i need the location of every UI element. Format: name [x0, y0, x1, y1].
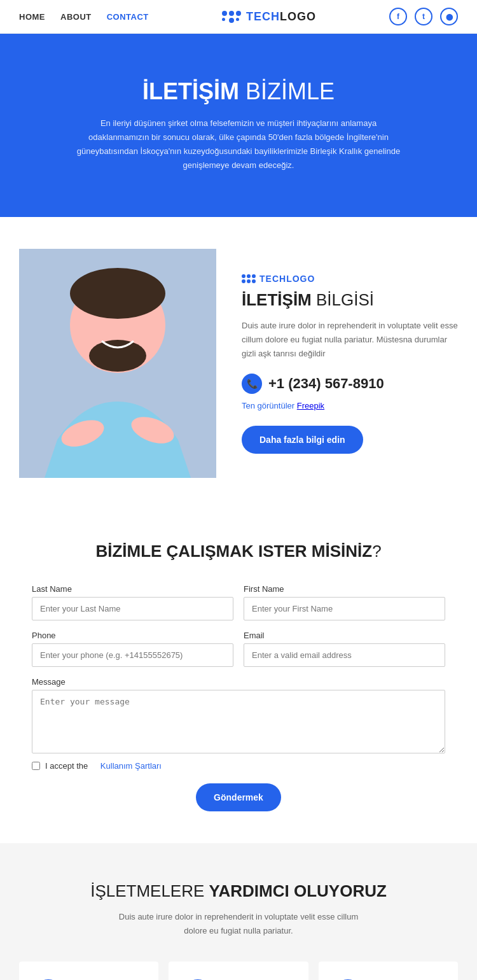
- logo-text: TECHLOGO: [246, 10, 316, 24]
- email-group: Email: [244, 631, 445, 667]
- form-section: BİZİMLE ÇALIŞMAK ISTER MİSİNİZ? Last Nam…: [0, 510, 477, 843]
- navbar: HOME ABOUT CONTACT TECHLOGO f t ⬤: [0, 0, 477, 34]
- nav-about[interactable]: ABOUT: [60, 12, 92, 22]
- svg-point-4: [89, 340, 146, 372]
- checkbox-row: I accept the Kullanım Şartları: [32, 761, 445, 771]
- submit-button[interactable]: Göndermek: [196, 783, 281, 811]
- email-label: Email: [244, 631, 445, 640]
- contact-details: TECHLOGO İLETİŞİM BİLGİSİ Duis aute irur…: [242, 267, 458, 460]
- hero-section: İLETİŞİM BİZİMLE En ileriyi düşünen şirk…: [0, 34, 477, 217]
- form-title: BİZİMLE ÇALIŞMAK ISTER MİSİNİZ?: [32, 542, 445, 561]
- help-title: İŞLETMELERE YARDIMCI OLUYORUZ: [19, 881, 458, 901]
- form-title-suffix: ?: [372, 542, 381, 561]
- mini-dot-6: [252, 279, 256, 283]
- card-phone: 📞 Telefon Pzt-Cum, 08:00 - 05:00 +1(555)…: [319, 962, 458, 980]
- first-name-label: First Name: [244, 584, 445, 594]
- logo-suffix: LOGO: [280, 10, 316, 23]
- hero-title: İLETİŞİM BİZİMLE: [51, 78, 426, 105]
- freepik-text: Ten görüntüler Freepik: [242, 399, 458, 413]
- logo: TECHLOGO: [222, 10, 316, 24]
- last-name-label: Last Name: [32, 584, 233, 594]
- first-name-input[interactable]: [244, 597, 445, 620]
- last-name-group: Last Name: [32, 584, 233, 620]
- mini-dot-5: [247, 279, 251, 283]
- contact-section-title: İLETİŞİM BİLGİSİ: [242, 290, 458, 310]
- logo-dot-6: [236, 18, 239, 21]
- contact-image-wrap: [19, 249, 216, 478]
- mini-logo: TECHLOGO: [242, 274, 458, 284]
- nav-links: HOME ABOUT CONTACT: [19, 12, 149, 22]
- checkbox-text: I accept the: [45, 761, 88, 771]
- mini-dot-2: [247, 274, 251, 278]
- first-name-group: First Name: [244, 584, 445, 620]
- last-name-input[interactable]: [32, 597, 233, 620]
- phone-icon: 📞: [242, 374, 262, 394]
- nav-contact[interactable]: CONTACT: [107, 12, 149, 22]
- contact-description: Duis aute irure dolor in reprehenderit i…: [242, 319, 458, 361]
- contact-title-normal: BİLGİSİ: [312, 290, 374, 309]
- logo-dot-1: [222, 11, 227, 16]
- message-input[interactable]: [32, 690, 445, 753]
- logo-dot-2: [229, 11, 234, 16]
- email-input[interactable]: [244, 643, 445, 667]
- phone-input[interactable]: [32, 643, 233, 667]
- social-facebook[interactable]: f: [389, 8, 407, 25]
- person-image: [19, 249, 216, 478]
- form-submit: Göndermek: [32, 783, 445, 811]
- message-label: Message: [32, 677, 445, 687]
- help-cards: ✉ bize grafik Güler yüzlü ekibimiz yardı…: [19, 962, 458, 980]
- mini-logo-dots: [242, 274, 256, 283]
- terms-checkbox[interactable]: [32, 762, 40, 770]
- form-title-bold: BİZİMLE ÇALIŞMAK ISTER MİSİNİZ: [95, 542, 372, 561]
- phone-label: Phone: [32, 631, 233, 640]
- help-subtitle: Duis aute irure dolor in reprehenderit i…: [118, 910, 359, 938]
- freepik-link[interactable]: Freepik: [297, 401, 324, 410]
- social-instagram[interactable]: ⬤: [440, 8, 458, 25]
- hero-title-bold: İLETİŞİM: [142, 78, 239, 104]
- svg-point-3: [70, 268, 165, 319]
- card-email: ✉ bize grafik Güler yüzlü ekibimiz yardı…: [19, 962, 158, 980]
- form-grid-contact: Phone Email: [32, 631, 445, 667]
- learn-more-button[interactable]: Daha fazla bilgi edin: [242, 426, 363, 454]
- hero-title-normal: BİZİMLE: [239, 78, 335, 104]
- logo-dot-4: [222, 18, 225, 21]
- social-twitter[interactable]: t: [415, 8, 432, 25]
- mini-dot-4: [242, 279, 245, 283]
- help-title-normal: İŞLETMELERE: [90, 881, 209, 900]
- phone-number: +1 (234) 567-8910: [268, 375, 384, 392]
- help-title-bold: YARDIMCI OLUYORUZ: [209, 881, 387, 900]
- mini-logo-suffix: LOGO: [286, 274, 315, 284]
- social-icons: f t ⬤: [389, 8, 458, 25]
- message-group: Message: [32, 677, 445, 753]
- mini-dot-1: [242, 274, 245, 278]
- contact-title-bold: İLETİŞİM: [242, 290, 312, 309]
- logo-prefix: TECH: [246, 10, 280, 23]
- nav-home[interactable]: HOME: [19, 12, 45, 22]
- mini-logo-prefix: TECH: [259, 274, 286, 284]
- contact-info-section: TECHLOGO İLETİŞİM BİLGİSİ Duis aute irur…: [0, 217, 477, 510]
- logo-dot-3: [236, 11, 241, 16]
- logo-dot-5: [229, 18, 234, 23]
- terms-link[interactable]: Kullanım Şartları: [100, 761, 162, 771]
- help-section: İŞLETMELERE YARDIMCI OLUYORUZ Duis aute …: [0, 843, 477, 980]
- mini-dot-3: [252, 274, 256, 278]
- hero-description: En ileriyi düşünen şirket olma felsefemi…: [73, 116, 404, 172]
- mini-logo-text: TECHLOGO: [259, 274, 315, 284]
- phone-group: Phone: [32, 631, 233, 667]
- contact-form: Last Name First Name Phone Email Message: [32, 584, 445, 811]
- card-office: 📍 Ofis Ofis merkezimize gelip merhaba de…: [169, 962, 308, 980]
- logo-dots: [222, 11, 241, 23]
- form-grid-names: Last Name First Name: [32, 584, 445, 620]
- phone-row: 📞 +1 (234) 567-8910: [242, 374, 458, 394]
